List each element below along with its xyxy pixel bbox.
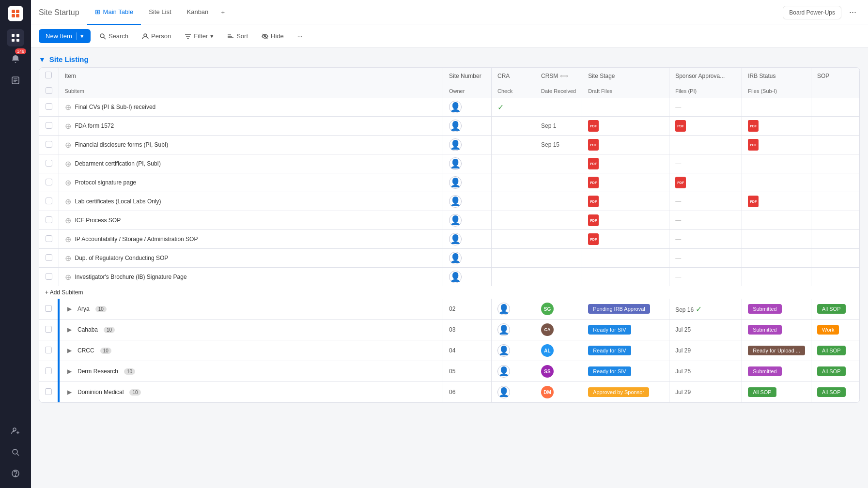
row-checkbox[interactable] bbox=[39, 268, 59, 287]
sidebar-item-search[interactable] bbox=[7, 443, 24, 461]
subitem-files-subi[interactable] bbox=[742, 136, 811, 154]
new-item-button[interactable]: New Item ▾ bbox=[39, 29, 91, 43]
owner-avatar-placeholder[interactable]: 👤 bbox=[449, 233, 462, 245]
app-logo[interactable] bbox=[8, 6, 23, 21]
pdf-draft-icon[interactable] bbox=[588, 158, 599, 169]
add-subitem-icon[interactable]: ⊕ bbox=[65, 159, 71, 168]
site-crsm[interactable]: AL bbox=[535, 340, 582, 361]
site-cra[interactable]: 👤 bbox=[492, 320, 535, 340]
subitem-draft-files[interactable] bbox=[582, 230, 669, 249]
row-checkbox[interactable] bbox=[39, 211, 59, 230]
subitem-files-pi[interactable]: — bbox=[669, 98, 742, 117]
subitem-files-pi[interactable]: — bbox=[669, 249, 742, 268]
sidebar-item-notifications[interactable]: 146 bbox=[7, 50, 24, 68]
subitem-files-pi[interactable]: — bbox=[669, 268, 742, 287]
add-subitem-button[interactable]: + Add Subitem bbox=[39, 286, 860, 299]
subitem-draft-files[interactable] bbox=[582, 173, 669, 192]
site-row-checkbox[interactable] bbox=[39, 340, 59, 361]
crsm-avatar[interactable]: SS bbox=[541, 365, 554, 378]
subitem-files-subi[interactable] bbox=[742, 117, 811, 136]
pdf-pi-icon[interactable] bbox=[675, 177, 686, 188]
row-checkbox[interactable] bbox=[39, 173, 59, 192]
subitem-draft-files[interactable] bbox=[582, 117, 669, 136]
tab-kanban[interactable]: Kanban bbox=[179, 0, 217, 25]
add-subitem-icon[interactable]: ⊕ bbox=[65, 197, 71, 206]
board-power-ups-button[interactable]: Board Power-Ups bbox=[783, 6, 841, 19]
site-crsm[interactable]: CA bbox=[535, 320, 582, 340]
sidebar-item-tasks[interactable] bbox=[7, 72, 24, 89]
filter-button[interactable]: Filter ▾ bbox=[180, 30, 218, 43]
search-button[interactable]: Search bbox=[94, 30, 133, 43]
subitem-owner[interactable]: 👤 bbox=[443, 173, 492, 192]
subitem-draft-files[interactable] bbox=[582, 211, 669, 230]
add-subitem-row[interactable]: + Add Subitem bbox=[39, 286, 860, 299]
add-subitem-icon[interactable]: ⊕ bbox=[65, 254, 71, 263]
site-cra[interactable]: 👤 bbox=[492, 299, 535, 320]
add-subitem-icon[interactable]: ⊕ bbox=[65, 216, 71, 225]
add-subitem-icon[interactable]: ⊕ bbox=[65, 140, 71, 150]
subitem-files-pi[interactable]: — bbox=[669, 154, 742, 173]
crsm-avatar[interactable]: CA bbox=[541, 323, 554, 336]
cra-avatar-placeholder[interactable]: 👤 bbox=[497, 386, 510, 398]
add-subitem-icon[interactable]: ⊕ bbox=[65, 178, 71, 187]
subitem-files-pi[interactable]: — bbox=[669, 230, 742, 249]
subitem-owner[interactable]: 👤 bbox=[443, 98, 492, 117]
site-expand-button[interactable]: ▶ bbox=[65, 388, 74, 396]
cra-avatar-placeholder[interactable]: 👤 bbox=[497, 344, 510, 357]
owner-avatar-placeholder[interactable]: 👤 bbox=[449, 271, 462, 283]
row-checkbox[interactable] bbox=[39, 154, 59, 173]
site-crsm[interactable]: DM bbox=[535, 382, 582, 403]
subitem-owner[interactable]: 👤 bbox=[443, 249, 492, 268]
crsm-avatar[interactable]: DM bbox=[541, 386, 554, 398]
subitem-files-subi[interactable] bbox=[742, 249, 811, 268]
add-subitem-icon[interactable]: ⊕ bbox=[65, 273, 71, 282]
subitem-draft-files[interactable] bbox=[582, 249, 669, 268]
row-checkbox[interactable] bbox=[39, 136, 59, 154]
subitem-draft-files[interactable] bbox=[582, 268, 669, 287]
subitem-owner[interactable]: 👤 bbox=[443, 268, 492, 287]
subitem-draft-files[interactable] bbox=[582, 154, 669, 173]
subitem-files-subi[interactable] bbox=[742, 211, 811, 230]
subitem-owner[interactable]: 👤 bbox=[443, 192, 492, 211]
subitem-owner[interactable]: 👤 bbox=[443, 230, 492, 249]
cra-avatar-placeholder[interactable]: 👤 bbox=[497, 365, 510, 378]
sidebar-item-add-user[interactable] bbox=[7, 422, 24, 440]
owner-avatar-placeholder[interactable]: 👤 bbox=[449, 195, 462, 208]
subitem-files-pi[interactable]: — bbox=[669, 136, 742, 154]
subitem-owner[interactable]: 👤 bbox=[443, 117, 492, 136]
crsm-avatar[interactable]: AL bbox=[541, 344, 554, 357]
resize-handle[interactable]: ⟺ bbox=[560, 73, 564, 79]
owner-avatar-placeholder[interactable]: 👤 bbox=[449, 214, 462, 227]
subitem-files-subi[interactable] bbox=[742, 192, 811, 211]
row-checkbox[interactable] bbox=[39, 117, 59, 136]
site-row-checkbox[interactable] bbox=[39, 299, 59, 320]
subitem-files-subi[interactable] bbox=[742, 268, 811, 287]
site-cra[interactable]: 👤 bbox=[492, 361, 535, 382]
subitem-draft-files[interactable] bbox=[582, 192, 669, 211]
row-checkbox[interactable] bbox=[39, 230, 59, 249]
subitem-files-pi[interactable]: — bbox=[669, 211, 742, 230]
owner-avatar-placeholder[interactable]: 👤 bbox=[449, 101, 462, 113]
sidebar-item-help[interactable] bbox=[7, 465, 24, 482]
site-row-checkbox[interactable] bbox=[39, 361, 59, 382]
site-expand-button[interactable]: ▶ bbox=[65, 367, 74, 376]
pdf-draft-icon[interactable] bbox=[588, 177, 599, 188]
pdf-draft-icon[interactable] bbox=[588, 196, 599, 207]
site-cra[interactable]: 👤 bbox=[492, 382, 535, 403]
subitem-owner[interactable]: 👤 bbox=[443, 154, 492, 173]
owner-avatar-placeholder[interactable]: 👤 bbox=[449, 176, 462, 189]
new-item-dropdown-arrow[interactable]: ▾ bbox=[76, 32, 84, 40]
subitem-files-pi[interactable] bbox=[669, 173, 742, 192]
site-crsm[interactable]: SS bbox=[535, 361, 582, 382]
subitem-owner[interactable]: 👤 bbox=[443, 136, 492, 154]
pdf-pi-icon[interactable] bbox=[675, 120, 686, 132]
row-checkbox[interactable] bbox=[39, 192, 59, 211]
site-expand-button[interactable]: ▶ bbox=[65, 346, 74, 355]
cra-avatar-placeholder[interactable]: 👤 bbox=[497, 323, 510, 336]
subitem-files-subi[interactable] bbox=[742, 173, 811, 192]
add-subitem-icon[interactable]: ⊕ bbox=[65, 103, 71, 112]
site-expand-button[interactable]: ▶ bbox=[65, 325, 74, 334]
subitem-owner[interactable]: 👤 bbox=[443, 211, 492, 230]
more-button[interactable]: ··· bbox=[293, 30, 308, 43]
person-button[interactable]: Person bbox=[137, 30, 176, 43]
